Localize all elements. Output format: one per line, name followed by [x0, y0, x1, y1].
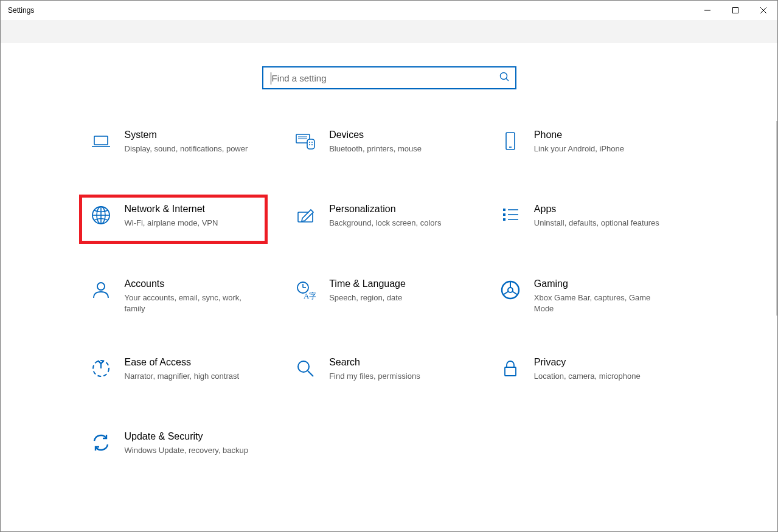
devices-icon	[293, 128, 318, 154]
category-title: Ease of Access	[125, 356, 252, 369]
category-subtitle: Narrator, magnifier, high contrast	[125, 371, 252, 382]
search-icon	[499, 72, 509, 84]
category-personalization[interactable]: PersonalizationBackground, lock screen, …	[287, 198, 469, 241]
category-time[interactable]: Time & LanguageSpeech, region, date	[287, 272, 469, 319]
category-title: Gaming	[534, 277, 662, 291]
category-gaming[interactable]: GamingXbox Game Bar, captures, Game Mode	[491, 272, 674, 319]
category-title: Search	[329, 356, 457, 369]
category-privacy[interactable]: PrivacyLocation, camera, microphone	[491, 351, 674, 393]
search-icon	[293, 356, 318, 381]
category-title: Phone	[534, 128, 662, 142]
category-subtitle: Display, sound, notifications, power	[125, 143, 252, 154]
category-title: Apps	[534, 202, 662, 216]
scrollbar[interactable]	[776, 121, 777, 316]
category-ease[interactable]: Ease of AccessNarrator, magnifier, high …	[82, 351, 265, 393]
category-system[interactable]: SystemDisplay, sound, notifications, pow…	[82, 123, 265, 166]
category-subtitle: Speech, region, date	[329, 292, 457, 303]
gaming-icon	[498, 277, 523, 303]
phone-icon	[498, 128, 523, 154]
category-title: Devices	[329, 128, 457, 142]
category-title: Time & Language	[329, 277, 457, 291]
category-subtitle: Wi-Fi, airplane mode, VPN	[125, 218, 252, 229]
globe-icon	[88, 202, 114, 228]
maximize-button[interactable]	[721, 1, 749, 20]
close-button[interactable]	[749, 1, 777, 20]
category-title: System	[125, 128, 252, 142]
category-title: Accounts	[125, 277, 252, 291]
category-subtitle: Link your Android, iPhone	[534, 143, 662, 154]
search-box[interactable]	[262, 66, 516, 89]
category-search[interactable]: SearchFind my files, permissions	[287, 351, 469, 393]
ease-icon	[88, 356, 114, 381]
window-title: Settings	[1, 6, 34, 15]
person-icon	[88, 277, 114, 303]
laptop-icon	[88, 128, 114, 154]
category-title: Personalization	[329, 202, 457, 216]
category-update[interactable]: Update & SecurityWindows Update, recover…	[82, 425, 265, 468]
apps-icon	[498, 202, 523, 228]
category-title: Network & Internet	[125, 202, 252, 216]
title-bar: Settings	[1, 1, 777, 20]
privacy-icon	[498, 356, 523, 381]
category-subtitle: Xbox Game Bar, captures, Game Mode	[534, 292, 662, 314]
settings-window: Settings SystemDisplay, sound, notificat…	[0, 0, 778, 532]
category-subtitle: Location, camera, microphone	[534, 371, 662, 382]
category-subtitle: Background, lock screen, colors	[329, 218, 457, 229]
category-accounts[interactable]: AccountsYour accounts, email, sync, work…	[82, 272, 265, 319]
category-title: Privacy	[534, 356, 662, 369]
content-area: SystemDisplay, sound, notifications, pow…	[1, 43, 777, 531]
category-subtitle: Bluetooth, printers, mouse	[329, 143, 457, 154]
category-network[interactable]: Network & InternetWi-Fi, airplane mode, …	[82, 198, 265, 241]
time-icon	[293, 277, 318, 303]
update-icon	[88, 430, 114, 455]
category-devices[interactable]: DevicesBluetooth, printers, mouse	[287, 123, 469, 166]
category-subtitle: Windows Update, recovery, backup	[125, 445, 252, 456]
category-apps[interactable]: AppsUninstall, defaults, optional featur…	[491, 198, 674, 241]
header-band	[1, 20, 777, 43]
pen-icon	[293, 202, 318, 228]
category-subtitle: Uninstall, defaults, optional features	[534, 218, 662, 229]
category-subtitle: Find my files, permissions	[329, 371, 457, 382]
minimize-button[interactable]	[693, 1, 721, 20]
category-phone[interactable]: PhoneLink your Android, iPhone	[491, 123, 674, 166]
category-subtitle: Your accounts, email, sync, work, family	[125, 292, 252, 314]
search-input[interactable]	[271, 72, 499, 84]
category-title: Update & Security	[125, 430, 252, 443]
categories-grid: SystemDisplay, sound, notifications, pow…	[82, 123, 696, 492]
